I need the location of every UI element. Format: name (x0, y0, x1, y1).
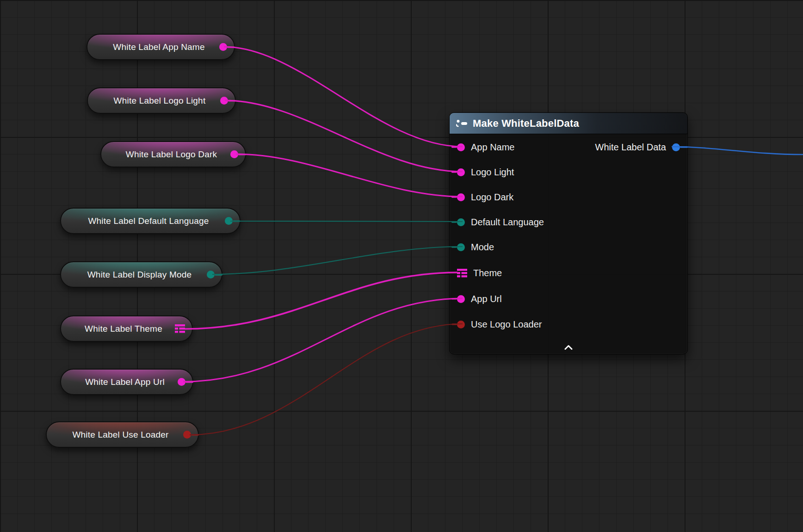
output-pin-app-url[interactable] (178, 378, 185, 386)
output-pin-default-language[interactable] (225, 217, 233, 225)
variable-node-white-label-app-name[interactable]: White Label App Name (86, 34, 235, 60)
variable-node-label: White Label Default Language (72, 216, 225, 226)
variable-node-white-label-use-loader[interactable]: White Label Use Loader (46, 421, 199, 448)
input-label: Theme (473, 268, 502, 278)
input-row-default-language: Default Language (457, 210, 544, 235)
chevron-up-icon (564, 345, 573, 350)
struct-grid-icon (175, 324, 185, 333)
input-label: Default Language (471, 217, 544, 228)
struct-grid-pin-icon[interactable] (175, 324, 185, 333)
variable-node-white-label-theme[interactable]: White Label Theme (60, 315, 193, 342)
variable-node-white-label-display-mode[interactable]: White Label Display Mode (60, 261, 222, 288)
collapse-node-button[interactable] (561, 343, 576, 352)
make-node-header[interactable]: Make WhiteLabelData (450, 113, 687, 134)
wire-use-logo-loader[interactable] (190, 324, 463, 435)
input-pin-default-language[interactable] (457, 218, 465, 226)
output-label: White Label Data (595, 142, 666, 153)
output-pin-logo-light[interactable] (220, 97, 228, 105)
make-node-body: App Name Logo Light Logo Dark Default La… (450, 134, 687, 354)
variable-node-white-label-default-language[interactable]: White Label Default Language (60, 208, 241, 234)
wire-logo-light[interactable] (225, 100, 463, 172)
input-row-use-logo-loader: Use Logo Loader (457, 312, 542, 337)
input-pin-app-url[interactable] (457, 295, 465, 303)
input-label: App Url (471, 294, 502, 304)
input-pin-use-logo-loader[interactable] (457, 321, 465, 328)
variable-node-label: White Label Logo Light (99, 96, 220, 106)
make-whitelabeldata-node[interactable]: Make WhiteLabelData App Name Logo Light … (449, 112, 688, 354)
variable-node-white-label-logo-dark[interactable]: White Label Logo Dark (100, 141, 246, 167)
variable-node-label: White Label Use Loader (58, 430, 183, 440)
variable-node-label: White Label Display Mode (72, 270, 207, 280)
wire-mode[interactable] (212, 247, 463, 274)
input-row-theme: Theme (457, 260, 502, 285)
input-pin-logo-dark[interactable] (457, 193, 465, 201)
make-struct-icon (456, 119, 468, 128)
wire-theme[interactable] (185, 272, 457, 329)
input-row-logo-light: Logo Light (457, 160, 514, 185)
struct-grid-icon (457, 269, 467, 278)
blueprint-graph-canvas[interactable]: White Label App Name White Label Logo Li… (0, 0, 803, 532)
output-pin-display-mode[interactable] (207, 271, 215, 278)
variable-node-white-label-logo-light[interactable]: White Label Logo Light (87, 87, 236, 114)
input-row-app-url: App Url (457, 286, 502, 311)
variable-node-white-label-app-url[interactable]: White Label App Url (60, 369, 193, 395)
output-pin-white-label-data[interactable] (672, 143, 680, 151)
wire-app-name[interactable] (224, 47, 463, 147)
output-pin-use-loader[interactable] (183, 431, 191, 439)
input-pin-theme[interactable] (457, 269, 467, 278)
input-label: Mode (471, 242, 494, 253)
input-label: Use Logo Loader (471, 319, 542, 330)
input-row-mode: Mode (457, 235, 494, 260)
input-pin-mode[interactable] (457, 243, 465, 251)
input-row-logo-dark: Logo Dark (457, 185, 513, 210)
wire-app-url[interactable] (183, 298, 463, 382)
variable-node-label: White Label App Name (99, 42, 219, 52)
wire-default-language[interactable] (230, 221, 463, 222)
output-pin-app-name[interactable] (219, 43, 227, 51)
input-row-app-name: App Name (457, 135, 515, 160)
wire-logo-dark[interactable] (236, 154, 463, 197)
input-pin-app-name[interactable] (457, 143, 465, 151)
variable-node-label: White Label Logo Dark (112, 149, 230, 160)
variable-node-label: White Label App Url (72, 377, 178, 387)
output-pin-logo-dark[interactable] (230, 150, 238, 158)
make-node-title: Make WhiteLabelData (473, 118, 579, 130)
input-pin-logo-light[interactable] (457, 168, 465, 176)
input-label: App Name (471, 142, 515, 153)
wire-white-label-data-output[interactable] (672, 147, 803, 155)
input-label: Logo Light (471, 167, 514, 178)
output-row-white-label-data: White Label Data (595, 135, 680, 160)
input-label: Logo Dark (471, 192, 513, 203)
variable-node-label: White Label Theme (72, 324, 175, 334)
